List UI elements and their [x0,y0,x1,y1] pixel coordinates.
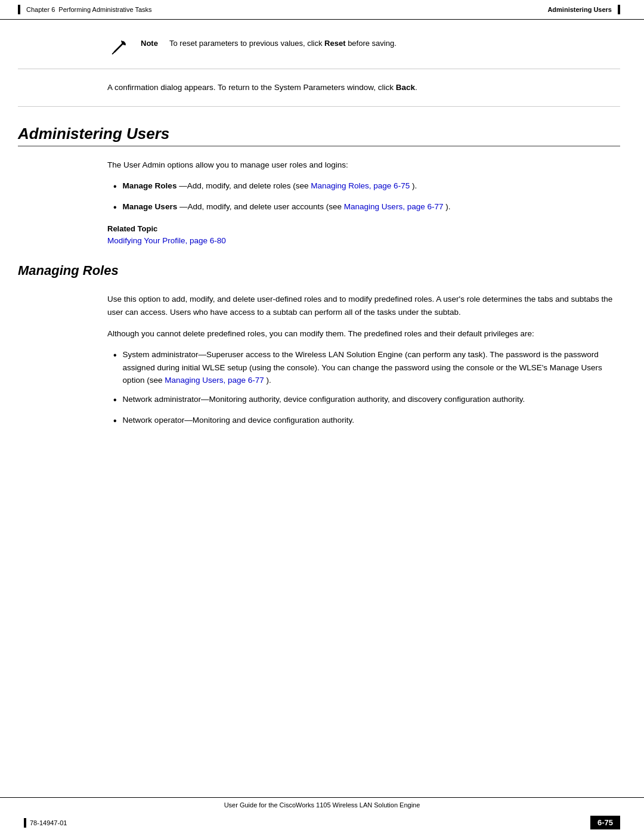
header-section-marker [618,5,620,14]
header-chapter-number: Chapter 6 [26,6,55,13]
confirmation-text-content: A confirmation dialog appears. To return… [107,83,394,92]
managing-bullet-list: System administrator—Superuser access to… [113,348,620,428]
managing-users-link[interactable]: Managing Users, page 6-77 [344,202,444,211]
footer-doc-number: 78-14947-01 [30,819,67,826]
header-left: Chapter 6 Performing Administrative Task… [18,5,152,14]
sysadmin-text-after: ). [267,376,271,385]
footer-left: 78-14947-01 [24,818,67,828]
intro-text: The User Admin options allow you to mana… [107,159,620,172]
footer-marker [24,818,26,828]
footer-guide-title: User Guide for the CiscoWorks 1105 Wirel… [0,798,644,812]
bullet-manage-roles-close: ). [412,181,417,190]
divider [18,69,620,69]
netop-text: Network operator—Monitoring and device c… [123,414,354,427]
bullet-manage-users-bold: Manage Users [123,202,178,211]
bullet-manage-users-dash: —Add, modify, and delete user accounts (… [179,202,344,211]
managing-para2: Although you cannot delete predefined ro… [107,327,620,340]
note-text-after: before saving. [346,39,397,48]
main-bullet-list: Manage Roles —Add, modify, and delete ro… [113,179,620,215]
divider2 [18,106,620,107]
confirmation-text: A confirmation dialog appears. To return… [107,81,620,94]
footer-bottom: 78-14947-01 6-75 [0,812,644,833]
note-text-before: To reset parameters to previous values, … [169,39,324,48]
pencil-icon [110,38,129,57]
note-label: Note [141,38,160,48]
header-chapter-section: Performing Administrative Tasks [58,6,151,13]
managing-roles-content: Use this option to add, modify, and dele… [107,293,620,428]
footer-page-number: 6-75 [590,816,620,829]
managing-roles-heading: Managing Roles [18,263,620,281]
bullet-netop: Network operator—Monitoring and device c… [113,414,620,429]
header-right: Administering Users [547,5,620,14]
managing-roles-link[interactable]: Managing Roles, page 6-75 [311,181,410,190]
managing-para1: Use this option to add, modify, and dele… [107,293,620,318]
related-topic-link[interactable]: Modifying Your Profile, page 6-80 [107,236,226,245]
page-container: Chapter 6 Performing Administrative Task… [0,0,644,833]
bullet-sysadmin: System administrator—Superuser access to… [113,348,620,387]
related-topic-label: Related Topic [107,224,620,233]
note-text: To reset parameters to previous values, … [169,38,620,49]
footer: User Guide for the CiscoWorks 1105 Wirel… [0,797,644,833]
bullet-manage-users: Manage Users —Add, modify, and delete us… [113,200,620,215]
bullet-manage-roles: Manage Roles —Add, modify, and delete ro… [113,179,620,194]
note-icon [107,38,131,57]
content-area: The User Admin options allow you to mana… [107,159,620,246]
bullet-manage-roles-bold: Manage Roles [123,181,177,190]
bullet-netadmin: Network administrator—Monitoring authori… [113,393,620,408]
back-word: Back [396,83,415,92]
managing-users-link-2[interactable]: Managing Users, page 6-77 [165,376,264,385]
confirmation-section: A confirmation dialog appears. To return… [107,81,620,94]
header-bar: Chapter 6 Performing Administrative Task… [0,0,644,20]
note-bold-word: Reset [324,39,345,48]
netadmin-text: Network administrator—Monitoring authori… [123,393,525,406]
bullet-manage-roles-dash: —Add, modify, and delete roles (see [179,181,311,190]
note-section: Note To reset parameters to previous val… [107,38,620,57]
bullet-manage-users-close: ). [445,202,450,211]
administering-users-heading: Administering Users [18,125,620,147]
header-section-title: Administering Users [547,6,612,13]
header-chapter-marker [18,5,20,14]
svg-line-4 [112,53,113,54]
